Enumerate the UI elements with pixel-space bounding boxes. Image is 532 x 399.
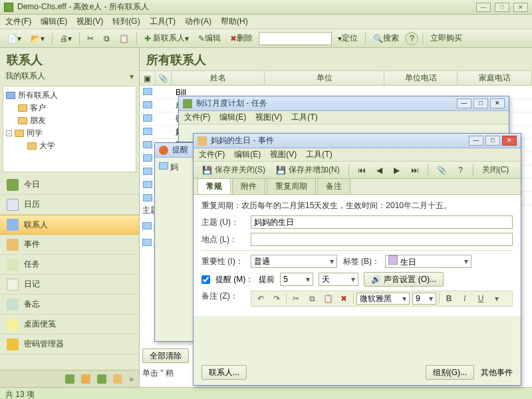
shortcut-icon[interactable] [81,374,90,384]
close-button[interactable]: ✕ [502,136,517,146]
menu-edit[interactable]: 编辑(E) [41,16,67,27]
close-button[interactable]: ✕ [490,98,505,108]
col-name[interactable]: 姓名 [172,71,265,85]
col-icon[interactable]: ▣ [140,71,156,85]
col-company[interactable]: 单位 [265,71,384,85]
fontsize-combo[interactable]: 9 [412,293,436,305]
reminder-checkbox[interactable] [201,275,210,284]
cut-button[interactable]: ✂ [289,293,303,305]
tree-friend[interactable]: 朋友 [5,114,134,127]
tree-classmate[interactable]: −同学 [5,127,134,140]
tab-notes[interactable]: 备注 [317,178,350,194]
menu-view[interactable]: 视图(V) [255,112,282,123]
tag-combo[interactable]: 生日 [385,255,471,268]
nav-today[interactable]: 今日 [0,175,139,195]
group-button[interactable]: 组别(G)... [426,365,474,380]
chevron-icon[interactable]: » [129,374,134,384]
new-contact-button[interactable]: ✚ 新联系人 ▾ [141,32,192,45]
shortcut-icon[interactable] [113,374,122,384]
menu-tools[interactable]: 工具(T) [306,149,332,160]
menu-view[interactable]: 视图(V) [76,16,103,27]
undo-button[interactable]: ↶ [254,293,267,305]
location-input[interactable] [251,233,513,246]
expander-icon[interactable]: − [6,130,12,136]
paste-button[interactable]: 📋 [116,32,132,45]
col-homephone[interactable]: 家庭电话 [458,71,532,85]
maximize-button[interactable]: □ [485,136,500,146]
menu-goto[interactable]: 转到(G) [112,16,140,27]
minimize-button[interactable]: — [457,98,471,108]
first-button[interactable]: ⏮ [354,164,369,177]
col-workphone[interactable]: 单位电话 [384,71,458,85]
nav-tasks[interactable]: 任务 [0,255,139,275]
event-titlebar[interactable]: 妈妈的生日 - 事件 — □ ✕ [194,134,521,148]
cut-button[interactable]: ✂ [84,32,97,45]
paste-button[interactable]: 📋 [321,293,334,305]
copy-button[interactable]: ⧉ [305,293,319,305]
bold-button[interactable]: B [442,293,456,305]
menu-edit[interactable]: 编辑(E) [219,112,246,123]
reminder-titlebar[interactable]: 提醒 [155,143,194,158]
shortcut-icon[interactable] [97,374,106,384]
nav-memo[interactable]: 备忘 [0,295,139,315]
col-attach[interactable] [156,71,172,85]
menu-actions[interactable]: 动作(A) [185,16,211,27]
minimize-button[interactable]: — [469,136,483,146]
open-button[interactable]: 📂▾ [27,32,48,45]
attach-button[interactable] [434,164,450,177]
menu-file[interactable]: 文件(F) [199,149,225,160]
copy-button[interactable]: ⧉ [100,32,113,45]
contacts-button[interactable]: 联系人... [201,365,247,380]
buy-now-button[interactable]: 立即购买 [427,32,466,45]
nav-diary[interactable]: 日记 [0,275,139,295]
clear-button[interactable]: ✖ [337,293,350,305]
underline-button[interactable]: U [474,293,487,305]
locate-button[interactable]: ▾ 定位 [334,32,361,45]
search-button[interactable]: 🔍 搜索 [370,32,402,45]
font-combo[interactable]: 微软雅黑 [356,293,410,305]
tab-attachments[interactable]: 附件 [232,178,265,194]
menu-tools[interactable]: 工具(T) [291,112,317,123]
ahead-unit-combo[interactable]: 天 [319,273,358,286]
tree-customer[interactable]: 客户 [5,102,134,114]
last-button[interactable]: ⏭ [408,164,422,177]
maximize-button[interactable]: □ [473,98,488,108]
more-button[interactable]: ▾ [490,293,503,305]
tree-university[interactable]: 大学 [5,140,134,152]
toolbar-search-input[interactable] [259,32,332,45]
close-button[interactable]: ✕ [513,3,528,12]
tree-all-contacts[interactable]: 所有联系人 [5,89,134,102]
menu-file[interactable]: 文件(F) [184,112,210,123]
menu-file[interactable]: 文件(F) [5,16,31,27]
shortcut-icon[interactable] [65,374,74,384]
minimize-button[interactable]: — [476,3,491,12]
help-button[interactable]: ? [454,164,467,177]
my-contacts-dropdown[interactable]: 我的联系人 [0,69,139,86]
sound-settings-button[interactable]: 🔊 声音设置 (O)... [364,272,444,287]
prev-button[interactable]: ◀ [373,164,386,177]
edit-button[interactable]: ✎ 编辑 [195,32,224,45]
menu-view[interactable]: 视图(V) [270,149,297,160]
nav-password[interactable]: 密码管理器 [0,334,139,354]
ahead-num-combo[interactable]: 5 [280,273,313,286]
subject-input[interactable] [251,215,513,229]
maximize-button[interactable]: □ [495,3,509,12]
tab-general[interactable]: 常规 [198,178,231,194]
tab-recurrence[interactable]: 重复周期 [267,178,316,194]
italic-button[interactable]: I [458,293,471,305]
print-button[interactable]: 🖨▾ [57,32,75,45]
nav-events[interactable]: 事件 [0,235,139,255]
save-add-button[interactable]: 💾 保存并增加(N) [273,164,343,177]
close-toolbar-button[interactable]: 关闭(C) [479,164,513,177]
redo-button[interactable]: ↷ [270,293,283,305]
save-close-button[interactable]: 💾 保存并关闭(S) [199,164,269,177]
importance-combo[interactable]: 普通 [251,255,337,268]
task-titlebar[interactable]: 制订月度计划 - 任务 — □ ✕ [179,96,509,111]
clear-all-button[interactable]: 全部清除 [142,348,189,363]
menu-tools[interactable]: 工具(T) [150,16,176,27]
menu-edit[interactable]: 编辑(E) [234,149,261,160]
menu-help[interactable]: 帮助(H) [221,16,248,27]
nav-calendar[interactable]: 日历 [0,195,139,215]
delete-button[interactable]: ✖ 删除 [227,32,256,45]
nav-sticky[interactable]: 桌面便笺 [0,315,139,334]
